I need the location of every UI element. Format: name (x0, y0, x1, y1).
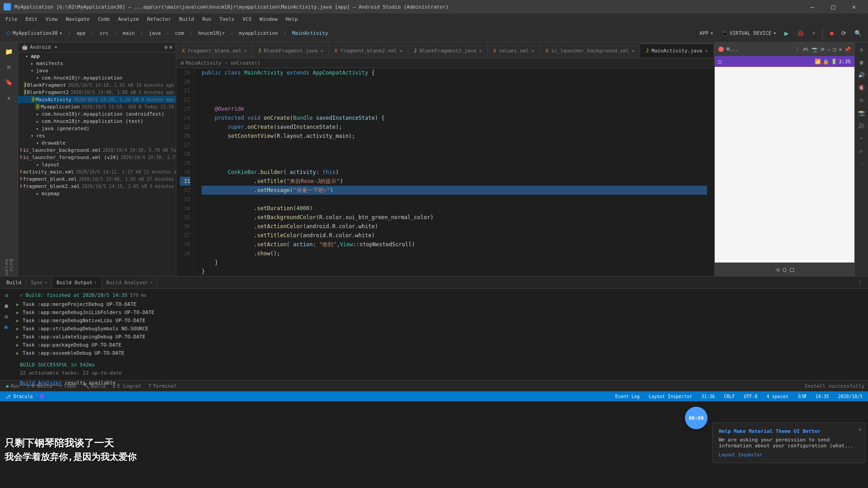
build-restart-icon[interactable]: ↺ (2, 291, 11, 300)
emu-camera-icon[interactable]: 📷 (811, 47, 818, 52)
tab-close-icon[interactable]: ✕ (705, 48, 708, 53)
build-menu-icon[interactable]: ⋮ (857, 279, 863, 286)
snapshot-icon[interactable]: 📸 (856, 108, 867, 118)
tab-mainactivity[interactable]: J MainActivity.java ✕ (640, 43, 713, 58)
tab-close-icon[interactable]: ✕ (532, 48, 534, 53)
tab-close-icon[interactable]: ✕ (244, 48, 247, 53)
tree-item-mipmap[interactable]: ▸ mipmap (18, 190, 176, 197)
menu-vcs[interactable]: VCS (239, 15, 255, 23)
tree-item-layout[interactable]: ▾ layout (18, 161, 176, 168)
tab-ic-launcher[interactable]: X ic_launcher_background.xml ✕ (540, 43, 641, 58)
run-tool-btn[interactable]: ▶ Run (4, 382, 23, 390)
git-branch-item[interactable]: ⎇ Dracula (4, 394, 34, 399)
tab-fragment-blank2[interactable]: X fragment_blank2.xml ✕ (329, 43, 409, 58)
tree-item-androidtest[interactable]: ▸ com.hnucm18jr.myapplication (androidTe… (18, 110, 176, 117)
module-breadcrumb[interactable]: app (74, 29, 88, 37)
build-analyzer-close[interactable]: ✕ (150, 280, 152, 285)
todo-btn[interactable]: ✓ TODO (57, 382, 78, 390)
tab-values[interactable]: X values.xml ✕ (488, 43, 540, 58)
notification-close-btn[interactable]: ✕ (859, 427, 862, 432)
tab-fragment-blank[interactable]: X fragment_blank.xml ✕ (176, 43, 253, 58)
menu-analyze[interactable]: Analyze (114, 15, 142, 23)
tab-build-analyzer[interactable]: Build Analyzer ✕ (102, 277, 157, 288)
tree-item-blankfragment[interactable]: J BlankFragment 2020/10/5 14:18, 1.83 kB… (18, 81, 176, 89)
emu-rotate-icon[interactable]: ⟳ (821, 47, 825, 52)
emu-back-icon[interactable]: ◁ (775, 266, 779, 273)
tree-item-java-generated[interactable]: ▸ java (generated) (18, 125, 176, 132)
sync-button[interactable]: ⟳ (839, 29, 849, 38)
line-col-item[interactable]: 31:36 (699, 394, 717, 399)
logcat-btn[interactable]: E E Logcat (110, 382, 144, 390)
layout-inspector-link[interactable]: Layout Inspector (719, 452, 762, 457)
java-breadcrumb[interactable]: java (146, 29, 164, 37)
favorites-icon-btn[interactable]: ★ (2, 90, 16, 105)
tree-item-blankfragment2[interactable]: J BlankFragment2 2020/10/5 14:08, 1.85 k… (18, 89, 176, 96)
menu-file[interactable]: File (2, 15, 21, 23)
tree-item-package[interactable]: ▾ com.hnucm18jr.myapplication (18, 74, 176, 81)
emu-close-dot[interactable] (718, 47, 724, 52)
spaces-item[interactable]: 4 spaces (765, 394, 790, 399)
structure-icon-btn[interactable]: ≡ (2, 60, 16, 74)
floating-timer-button[interactable]: 00:00 (685, 407, 708, 429)
tree-item-myapplication[interactable]: J Myapplication 2020/10/5 11:55, 368 B T… (18, 103, 176, 110)
menu-window[interactable]: Window (256, 15, 281, 23)
maximize-button[interactable]: □ (823, 0, 844, 14)
tab-close-icon[interactable]: ✕ (321, 48, 323, 53)
close-button[interactable]: ✕ (844, 0, 864, 14)
cog-icon[interactable]: ⚙ (165, 44, 168, 50)
emu-menu-icon[interactable]: ⋮ (795, 47, 800, 52)
filter-icon[interactable]: ≡ (169, 44, 172, 50)
emu-home-icon[interactable]: ○ (783, 266, 786, 273)
tab-blankfragment[interactable]: J BlankFragment.java ✕ (253, 43, 329, 58)
class-breadcrumb[interactable]: MainActivity (289, 29, 330, 37)
tree-item-app[interactable]: ▾ app (18, 52, 176, 60)
menu-code[interactable]: Code (94, 15, 113, 23)
tree-item-drawable[interactable]: ▾ drawable (18, 139, 176, 146)
emu-close-icon[interactable]: ✕ (839, 47, 842, 52)
encoding-item[interactable]: UTF-8 (742, 394, 759, 399)
build-filter-icon[interactable]: ⊞ (2, 312, 11, 321)
play-icon[interactable]: ▷ (856, 145, 867, 156)
menu-refactor[interactable]: Refactor (143, 15, 175, 23)
emu-minimize-icon[interactable]: — (827, 47, 830, 52)
mute-icon[interactable]: 🔇 (856, 82, 867, 93)
menu-navigate[interactable]: Navigate (62, 15, 94, 23)
tree-item-activity-main[interactable]: X activity_main.xml 2020/10/5 14:12, 1.1… (18, 168, 176, 175)
app-breadcrumb[interactable]: myapplication (236, 29, 281, 37)
tab-sync[interactable]: Sync ✕ (26, 277, 52, 288)
project-icon-btn[interactable]: 📁 (2, 44, 16, 59)
layout-inspector-item[interactable]: Layout Inspector (647, 394, 694, 399)
tree-item-ic-fg[interactable]: X ic_launcher_foreground.xml (v24) 2020/… (18, 154, 176, 161)
sync-tab-close[interactable]: ✕ (45, 280, 47, 285)
subpackage-breadcrumb[interactable]: hnucm18jr (195, 29, 228, 37)
crlf-item[interactable]: CRLF (722, 394, 736, 399)
code-icon[interactable]: 〈〉 (856, 158, 867, 169)
tree-item-fragment-blank[interactable]: X fragment_blank.xml 2020/10/5 13:48, 1.… (18, 175, 176, 183)
menu-tools[interactable]: Tools (216, 15, 238, 23)
profile-button[interactable]: ⚡ (810, 29, 818, 37)
build-eye-icon[interactable]: 👁 (2, 323, 11, 332)
tab-blankfragment2[interactable]: J BlankFragment2.java ✕ (408, 43, 488, 58)
module-dropdown[interactable]: APP ▾ (697, 29, 716, 37)
tab-build-output[interactable]: Build Output ✕ (52, 277, 102, 288)
terminal-btn[interactable]: T Terminal (146, 382, 179, 390)
tree-item-res[interactable]: ▾ res (18, 132, 176, 139)
gear-icon[interactable]: ⚙ (856, 44, 867, 55)
search-everywhere[interactable]: 🔍 (852, 29, 864, 38)
stop-button[interactable]: ■ (827, 29, 836, 37)
emu-gamepad-icon[interactable]: 🎮 (802, 47, 809, 52)
tree-item-mainactivity[interactable]: J MainActivity 2020/10/5 14:35, 1.36 kB … (18, 96, 176, 103)
volume-icon[interactable]: 🔊 (856, 70, 867, 80)
tree-item-ic-bg[interactable]: X ic_launcher_background.xml 2020/10/4 2… (18, 146, 176, 154)
project-selector[interactable]: ⬡ MyApplication38 ▾ (4, 29, 65, 37)
debug-button[interactable]: 🐞 (794, 29, 807, 38)
device-dropdown[interactable]: 📱 VIRTUAL DEVICE ▾ (719, 29, 779, 37)
menu-help[interactable]: Help (282, 15, 302, 23)
code-editor[interactable]: 19 20 21 22 23 24 25 26 27 28 29 30 31 3… (176, 68, 714, 276)
tree-item-fragment-blank2[interactable]: X fragment_blank2.xml 2020/10/5 14:15, 2… (18, 183, 176, 190)
tab-close-icon[interactable]: ✕ (632, 48, 634, 53)
menu-run[interactable]: Run (198, 15, 215, 23)
emu-pin-icon[interactable]: 📌 (844, 47, 851, 52)
emu-recents-icon[interactable]: □ (790, 266, 794, 273)
build-variants-icon[interactable]: Build Variants (2, 262, 16, 276)
